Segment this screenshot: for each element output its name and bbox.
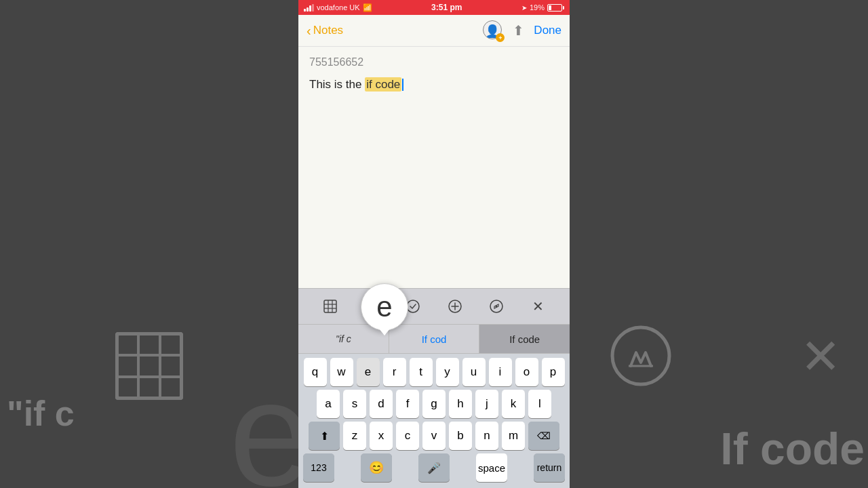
- text-cursor: [402, 79, 403, 91]
- note-text-before: This is the: [309, 78, 365, 91]
- key-y[interactable]: y: [436, 358, 459, 386]
- key-n[interactable]: n: [475, 422, 498, 450]
- status-bar: vodafone UK 📶 3:51 pm ➤ 19%: [298, 0, 570, 15]
- key-t[interactable]: t: [410, 358, 433, 386]
- battery-fill: [549, 5, 551, 10]
- note-text-highlighted: if code: [365, 77, 401, 92]
- note-content-area[interactable]: 755156652 This is the if code: [298, 47, 570, 288]
- magnifier-bubble: e: [361, 283, 408, 331]
- key-g[interactable]: g: [422, 390, 446, 418]
- markup-button[interactable]: [484, 294, 509, 319]
- status-left: vodafone UK 📶: [304, 3, 372, 12]
- mic-key[interactable]: 🎤: [418, 453, 450, 482]
- key-s[interactable]: s: [343, 390, 366, 418]
- back-arrow-icon: ‹: [307, 23, 311, 39]
- nav-actions: 👤 + ⬆ Done: [483, 20, 561, 41]
- key-p[interactable]: p: [542, 358, 565, 386]
- battery-percentage: 19%: [530, 3, 545, 12]
- key-q[interactable]: q: [304, 358, 327, 386]
- emoji-key[interactable]: 😊: [361, 453, 392, 482]
- add-people-button[interactable]: 👤 +: [483, 20, 503, 41]
- svg-rect-5: [324, 300, 336, 312]
- key-h[interactable]: h: [449, 390, 472, 418]
- autocomplete-option-2[interactable]: If cod: [389, 325, 480, 353]
- keyboard-row-2: a s d f g h j k l: [300, 390, 568, 418]
- shift-key[interactable]: ⬆: [309, 422, 340, 450]
- signal-bar-2: [307, 7, 309, 12]
- key-j[interactable]: j: [475, 390, 498, 418]
- phone-screen: vodafone UK 📶 3:51 pm ➤ 19% ‹ Notes 👤: [298, 0, 570, 488]
- note-text[interactable]: This is the if code: [309, 77, 559, 93]
- carrier-label: vodafone UK: [317, 3, 360, 12]
- key-x[interactable]: x: [370, 422, 393, 450]
- plus-badge: +: [496, 33, 505, 42]
- key-k[interactable]: k: [502, 390, 525, 418]
- space-key[interactable]: space: [476, 453, 507, 482]
- keyboard: q w e r t y u i o p a s d f g h j k l ⬆ …: [298, 354, 570, 488]
- delete-key[interactable]: ⌫: [528, 422, 559, 450]
- key-w[interactable]: w: [330, 358, 353, 386]
- signal-bar-4: [312, 4, 314, 12]
- key-m[interactable]: m: [502, 422, 525, 450]
- key-a[interactable]: a: [317, 390, 340, 418]
- return-key[interactable]: return: [534, 453, 565, 482]
- keyboard-bottom-row: 123 😊 🎤 space return: [300, 453, 568, 482]
- back-button[interactable]: ‹ Notes: [307, 23, 343, 39]
- close-keyboard-button[interactable]: ✕: [526, 294, 550, 319]
- note-id: 755156652: [309, 56, 559, 68]
- share-button[interactable]: ⬆: [513, 22, 524, 39]
- magnifier-letter: e: [376, 291, 392, 323]
- battery-icon: [547, 4, 564, 12]
- location-icon: ➤: [521, 4, 527, 12]
- time-display: 3:51 pm: [431, 3, 462, 12]
- bg-table-icon: [115, 332, 183, 403]
- autocomplete-bar: "if c If cod If code: [298, 324, 570, 354]
- svg-rect-0: [117, 333, 182, 399]
- key-c[interactable]: c: [396, 422, 419, 450]
- bg-ifcode-text: If code: [720, 423, 865, 474]
- right-panel: ✕ If code: [570, 0, 868, 488]
- number-key[interactable]: 123: [303, 453, 334, 482]
- svg-point-15: [495, 306, 497, 308]
- wifi-icon: 📶: [363, 3, 372, 12]
- format-toolbar: Aa ✕: [298, 288, 570, 324]
- key-u[interactable]: u: [462, 358, 486, 386]
- key-v[interactable]: v: [422, 422, 446, 450]
- signal-bars: [304, 4, 314, 12]
- svg-point-10: [407, 300, 419, 312]
- bg-letter-e: e: [229, 359, 298, 488]
- key-z[interactable]: z: [343, 422, 366, 450]
- key-l[interactable]: l: [528, 390, 551, 418]
- autocomplete-option-3[interactable]: If code: [479, 325, 570, 353]
- signal-bar-1: [304, 9, 306, 12]
- key-d[interactable]: d: [370, 390, 393, 418]
- battery-body: [547, 4, 562, 12]
- svg-point-16: [612, 327, 669, 384]
- bg-x-icon: ✕: [800, 332, 841, 381]
- key-f[interactable]: f: [396, 390, 419, 418]
- back-label: Notes: [313, 24, 343, 37]
- signal-bar-3: [309, 5, 311, 12]
- key-e[interactable]: e: [357, 358, 380, 386]
- left-panel: "if c e: [0, 0, 298, 488]
- bg-markup-icon: [610, 325, 671, 389]
- done-button[interactable]: Done: [534, 24, 561, 37]
- battery-tip: [563, 6, 564, 9]
- key-r[interactable]: r: [383, 358, 406, 386]
- keyboard-row-3: ⬆ z x c v b n m ⌫: [300, 422, 568, 450]
- key-i[interactable]: i: [489, 358, 512, 386]
- keyboard-row-1: q w e r t y u i o p: [300, 358, 568, 386]
- key-b[interactable]: b: [449, 422, 472, 450]
- nav-bar: ‹ Notes 👤 + ⬆ Done: [298, 15, 570, 47]
- add-button[interactable]: [443, 294, 467, 319]
- bg-quote-text: "if c: [7, 393, 75, 434]
- key-o[interactable]: o: [515, 358, 538, 386]
- status-right: ➤ 19%: [521, 3, 564, 12]
- table-button[interactable]: [318, 294, 342, 319]
